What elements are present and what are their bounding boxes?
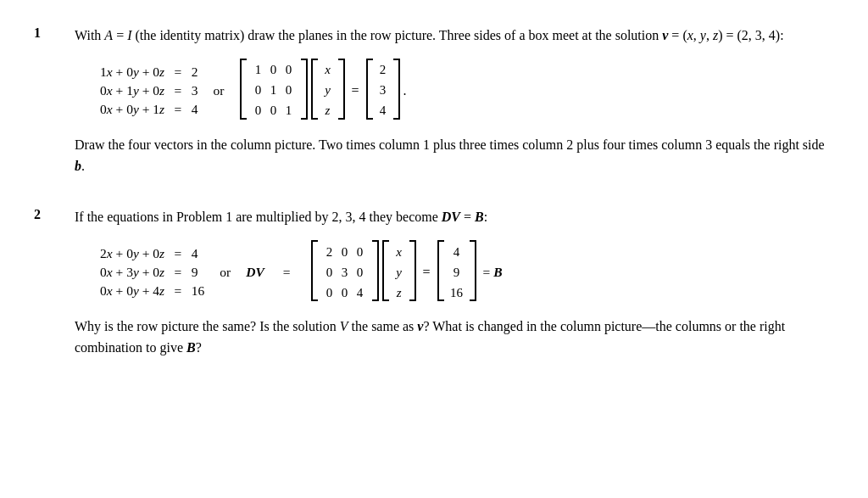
problem-2-equations: 2x + 0y + 0z = 4 0x + 3y + 0z = 9 0x + 0… xyxy=(100,240,834,305)
vector-v1-grid: x y z xyxy=(318,59,338,123)
or-label-1: or xyxy=(214,83,225,98)
problem-2-follow: Why is the row picture the same? Is the … xyxy=(75,316,834,359)
eq2-row3: 0x + 0y + 4z = 16 xyxy=(100,283,204,299)
bracket-right-b1 xyxy=(393,59,400,120)
problem-1-intro: With A = I (the identity matrix) draw th… xyxy=(75,25,834,47)
bracket-left-V2 xyxy=(382,240,389,301)
problem-1-number: 1 xyxy=(34,25,75,188)
problem-2-number: 2 xyxy=(34,207,75,370)
matrix-A-1: 100 010 001 xyxy=(240,59,308,123)
problem-1-equations: 1x + 0y + 0z = 2 0x + 1y + 0z = 3 0x + 0… xyxy=(100,59,834,123)
problem-1: 1 With A = I (the identity matrix) draw … xyxy=(34,25,834,188)
problem-2-content: If the equations in Problem 1 are multip… xyxy=(75,207,834,370)
matrix-A1-grid: 100 010 001 xyxy=(247,59,301,123)
vector-B-2: 4 9 16 xyxy=(437,240,476,305)
problem-1-follow: Draw the four vectors in the column pict… xyxy=(75,135,834,177)
bracket-right-B2 xyxy=(470,240,476,301)
dv-equals: = xyxy=(283,265,291,280)
bracket-left-A1 xyxy=(240,59,247,120)
eq1-row1: 1x + 0y + 0z = 2 xyxy=(100,64,198,80)
bracket-right-V2 xyxy=(409,240,416,301)
bracket-left-v1 xyxy=(311,59,318,120)
bracket-right-A1 xyxy=(301,59,308,120)
problem-2: 2 If the equations in Problem 1 are mult… xyxy=(34,207,834,370)
eq1-row2: 0x + 1y + 0z = 3 xyxy=(100,83,198,98)
eq2-row2: 0x + 3y + 0z = 9 xyxy=(100,265,204,280)
period-1: . xyxy=(403,83,407,98)
matrix-expr-2: 200 030 004 x y z = xyxy=(311,240,503,305)
bracket-left-B2 xyxy=(437,240,444,301)
equation-system-1: 1x + 0y + 0z = 2 0x + 1y + 0z = 3 0x + 0… xyxy=(100,64,198,117)
matrix-D2-grid: 200 030 004 xyxy=(318,240,372,305)
vector-v-1: x y z xyxy=(311,59,345,123)
equation-system-2: 2x + 0y + 0z = 4 0x + 3y + 0z = 9 0x + 0… xyxy=(100,246,204,299)
vector-V2-grid: x y z xyxy=(389,240,409,305)
equals-sign-2: = xyxy=(420,265,434,280)
bracket-right-v1 xyxy=(338,59,345,120)
matrix-expr-1: 100 010 001 x y z = xyxy=(240,59,407,123)
dv-label: DV xyxy=(246,265,264,280)
equals-sign-1: = xyxy=(348,83,363,98)
matrix-D-2: 200 030 004 xyxy=(311,240,379,305)
bracket-left-b1 xyxy=(366,59,373,120)
vector-b-1: 2 3 4 xyxy=(366,59,400,123)
bracket-left-D2 xyxy=(311,240,318,301)
or-label-2: or xyxy=(220,265,231,280)
vector-V-2: x y z xyxy=(382,240,416,305)
eq2-row1: 2x + 0y + 0z = 4 xyxy=(100,246,204,261)
bracket-right-D2 xyxy=(372,240,379,301)
equals-B-2: = B xyxy=(483,265,503,280)
eq1-row3: 0x + 0y + 1z = 4 xyxy=(100,102,198,117)
problem-2-intro: If the equations in Problem 1 are multip… xyxy=(75,207,834,228)
vector-B2-grid: 4 9 16 xyxy=(444,240,470,305)
problem-1-content: With A = I (the identity matrix) draw th… xyxy=(75,25,834,188)
vector-b1-grid: 2 3 4 xyxy=(373,59,393,123)
